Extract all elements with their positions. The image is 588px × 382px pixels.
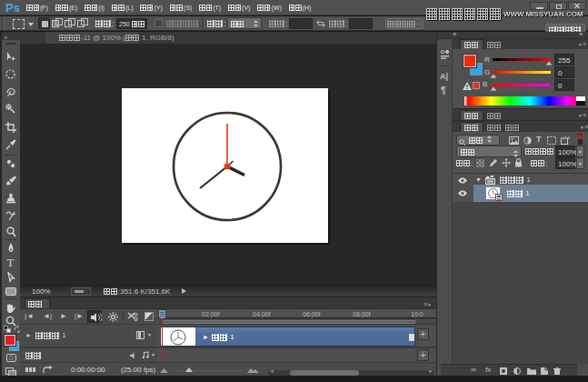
svg-text:T: T [7, 256, 15, 268]
